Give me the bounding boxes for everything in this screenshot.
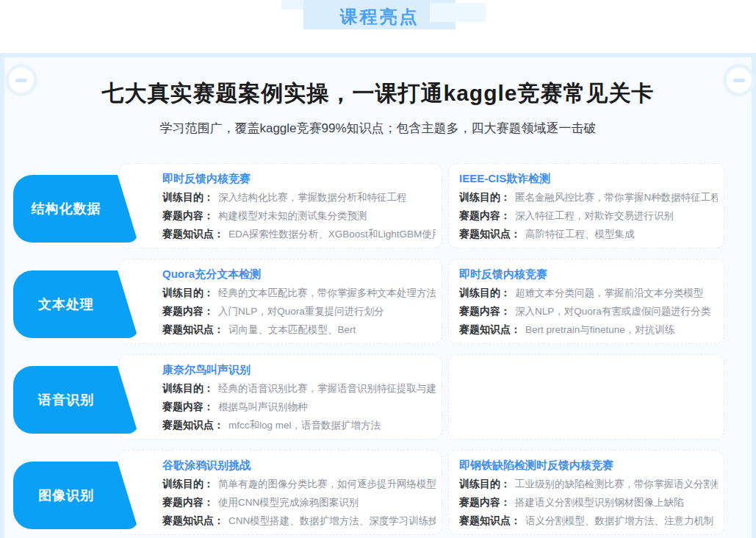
field-row: 赛题知识点：Bert pretrain与finetune，对抗训练	[459, 323, 718, 337]
field-value: 深入结构化比赛，掌握数据分析和特征工程	[218, 192, 407, 203]
field-row: 训练目的：工业级别的缺陷检测比赛，带你掌握语义分割模型	[459, 478, 718, 491]
field-label: 赛题知识点：	[162, 514, 224, 526]
field-row: 赛题内容：深入特征工程，对欺诈交易进行识别	[459, 209, 718, 223]
field-value: 根据鸟叫声识别物种	[218, 401, 308, 412]
category-badge-structured-data: 结构化数据	[13, 175, 138, 243]
field-row: 赛题知识点：mfcc和log mel，语音数据扩增方法	[162, 419, 436, 432]
field-row: 训练目的：简单有趣的图像分类比赛，如何逐步提升网络模型精度	[162, 478, 436, 491]
course-title: 即时反馈内核竞赛	[162, 172, 436, 186]
category-badge-speech-recognition: 语音识别	[13, 366, 138, 434]
field-label: 赛题知识点：	[162, 419, 224, 431]
field-value: 构建模型对未知的测试集分类预测	[218, 210, 367, 221]
field-label: 赛题内容：	[459, 305, 511, 317]
field-value: 使用CNN模型完成涂鸦图案识别	[218, 497, 359, 508]
course-title: Quora充分文本检测	[162, 268, 436, 281]
field-label: 训练目的：	[162, 478, 214, 489]
course-title: 康奈尔鸟叫声识别	[162, 363, 436, 377]
field-value: CNN模型搭建、数据扩增方法、深度学习训练技巧	[228, 515, 436, 526]
field-row: 赛题内容：构建模型对未知的测试集分类预测	[162, 209, 436, 223]
course-title: 即时反馈内核竞赛	[459, 268, 718, 281]
field-label: 赛题知识点：	[459, 514, 521, 526]
field-row: 赛题知识点：语义分割模型、数据扩增方法、注意力机制	[459, 514, 718, 528]
course-card: IEEE-CIS欺诈检测 训练目的：匿名金融风控比赛，带你掌握N种数据特征工程方…	[448, 163, 724, 248]
field-label: 赛题知识点：	[459, 228, 521, 240]
course-title: 即钢铁缺陷检测时反馈内核竞赛	[459, 459, 718, 473]
field-label: 赛题内容：	[162, 209, 214, 221]
course-card: 即钢铁缺陷检测时反馈内核竞赛 训练目的：工业级别的缺陷检测比赛，带你掌握语义分割…	[448, 450, 724, 535]
field-value: EDA探索性数据分析、XGBoost和LightGBM使用	[228, 229, 436, 240]
section-header-title: 课程亮点	[303, 5, 456, 29]
field-row: 训练目的：经典的文本匹配比赛，带你掌握多种文本处理方法	[162, 287, 436, 300]
field-row: 训练目的：匿名金融风控比赛，带你掌握N种数据特征工程方法	[459, 191, 718, 204]
field-value: 入门NLP，对Quora重复提问进行划分	[218, 306, 384, 317]
field-value: 深入特征工程，对欺诈交易进行识别	[515, 210, 674, 221]
field-row: 赛题内容：深入NLP，对Quora有害或虚假问题进行分类	[459, 305, 718, 318]
field-value: 工业级别的缺陷检测比赛，带你掌握语义分割模型	[515, 478, 718, 489]
course-highlights-page: 课程亮点 七大真实赛题案例实操，一课打通kaggle竞赛常见关卡 学习范围广，覆…	[0, 0, 756, 538]
field-label: 赛题知识点：	[162, 228, 224, 240]
field-value: 简单有趣的图像分类比赛，如何逐步提升网络模型精度	[218, 478, 436, 489]
field-label: 训练目的：	[459, 287, 511, 298]
field-row: 训练目的：超难文本分类问题，掌握前沿文本分类模型	[459, 287, 718, 300]
field-label: 训练目的：	[459, 191, 511, 203]
field-row: 赛题知识点：EDA探索性数据分析、XGBoost和LightGBM使用	[162, 228, 436, 241]
field-value: 经典的语音识别比赛，掌握语音识别特征提取与建模	[218, 383, 436, 394]
field-row: 赛题内容：根据鸟叫声识别物种	[162, 401, 436, 414]
course-card: 康奈尔鸟叫声识别 训练目的：经典的语音识别比赛，掌握语音识别特征提取与建模 赛题…	[119, 354, 442, 440]
field-row: 赛题知识点：高阶特征工程、模型集成	[459, 228, 718, 241]
section-speech-recognition: 语音识别 康奈尔鸟叫声识别 训练目的：经典的语音识别比赛，掌握语音识别特征提取与…	[0, 354, 756, 440]
field-row: 赛题内容：搭建语义分割模型识别钢材图像上缺陷	[459, 496, 718, 509]
field-value: 经典的文本匹配比赛，带你掌握多种文本处理方法	[218, 287, 436, 298]
field-row: 训练目的：经典的语音识别比赛，掌握语音识别特征提取与建模	[162, 382, 436, 395]
field-label: 训练目的：	[162, 382, 214, 394]
field-value: 超难文本分类问题，掌握前沿文本分类模型	[515, 287, 704, 298]
course-card-empty	[448, 354, 724, 440]
field-value: Bert pretrain与finetune，对抗训练	[525, 324, 674, 335]
field-label: 赛题内容：	[162, 305, 214, 317]
field-label: 训练目的：	[162, 191, 214, 203]
field-value: 匿名金融风控比赛，带你掌握N种数据特征工程方法	[515, 192, 718, 203]
field-row: 赛题知识点：词向量、文本匹配模型、Bert	[162, 323, 436, 337]
course-card: 谷歌涂鸦识别挑战 训练目的：简单有趣的图像分类比赛，如何逐步提升网络模型精度 赛…	[119, 450, 442, 535]
field-row: 训练目的：深入结构化比赛，掌握数据分析和特征工程	[162, 191, 436, 204]
page-title: 七大真实赛题案例实操，一课打通kaggle竞赛常见关卡	[0, 79, 756, 109]
field-value: 深入NLP，对Quora有害或虚假问题进行分类	[515, 306, 710, 317]
field-label: 赛题内容：	[162, 401, 214, 412]
field-value: 词向量、文本匹配模型、Bert	[228, 324, 356, 335]
field-label: 赛题内容：	[459, 209, 511, 221]
field-label: 赛题内容：	[459, 496, 511, 508]
field-row: 赛题知识点：CNN模型搭建、数据扩增方法、深度学习训练技巧	[162, 514, 436, 528]
field-label: 训练目的：	[162, 287, 214, 298]
section-structured-data: 结构化数据 即时反馈内核竞赛 训练目的：深入结构化比赛，掌握数据分析和特征工程 …	[0, 163, 756, 248]
field-label: 赛题内容：	[162, 496, 214, 508]
course-card: Quora充分文本检测 训练目的：经典的文本匹配比赛，带你掌握多种文本处理方法 …	[119, 259, 442, 344]
field-value: 语义分割模型、数据扩增方法、注意力机制	[525, 515, 714, 526]
field-value: 高阶特征工程、模型集成	[525, 229, 635, 240]
field-value: mfcc和log mel，语音数据扩增方法	[228, 420, 381, 431]
field-row: 赛题内容：入门NLP，对Quora重复提问进行划分	[162, 305, 436, 318]
course-card: 即时反馈内核竞赛 训练目的：深入结构化比赛，掌握数据分析和特征工程 赛题内容：构…	[119, 163, 442, 248]
course-card: 即时反馈内核竞赛 训练目的：超难文本分类问题，掌握前沿文本分类模型 赛题内容：深…	[448, 259, 724, 344]
field-label: 赛题知识点：	[162, 323, 224, 335]
course-title: IEEE-CIS欺诈检测	[459, 172, 718, 186]
field-label: 训练目的：	[459, 478, 511, 489]
field-value: 搭建语义分割模型识别钢材图像上缺陷	[515, 497, 684, 508]
course-title: 谷歌涂鸦识别挑战	[162, 459, 436, 473]
category-badge-image-recognition: 图像识别	[13, 462, 138, 529]
section-text-processing: 文本处理 Quora充分文本检测 训练目的：经典的文本匹配比赛，带你掌握多种文本…	[0, 259, 756, 344]
field-label: 赛题知识点：	[459, 323, 521, 335]
section-image-recognition: 图像识别 谷歌涂鸦识别挑战 训练目的：简单有趣的图像分类比赛，如何逐步提升网络模…	[0, 450, 756, 535]
page-subtitle: 学习范围广，覆盖kaggle竞赛99%知识点；包含主题多，四大赛题领域逐一击破	[0, 120, 756, 137]
field-row: 赛题内容：使用CNN模型完成涂鸦图案识别	[162, 496, 436, 509]
category-badge-text-processing: 文本处理	[13, 270, 138, 338]
